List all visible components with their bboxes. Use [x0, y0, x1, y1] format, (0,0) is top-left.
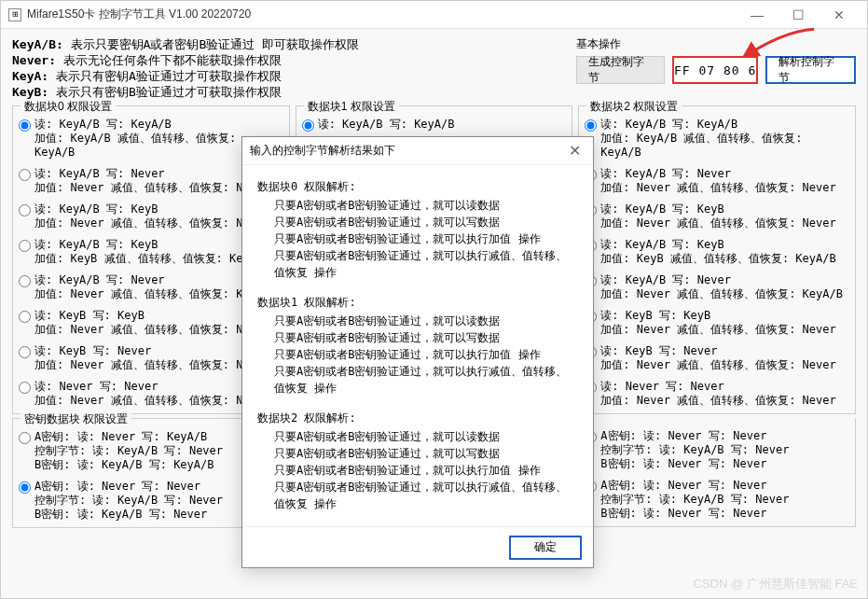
dialog-section-title-0: 数据块0 权限解析: [257, 178, 578, 195]
radio-2-0[interactable]: 读: KeyA/B 写: KeyA/B加值: KeyA/B 减值、值转移、值恢复… [585, 118, 849, 160]
radio-input[interactable] [19, 169, 31, 181]
window-title: Mifare1S50卡 控制字节工具 V1.00 20220720 [27, 7, 737, 22]
dialog-line: 只要A密钥或者B密钥验证通过，就可以读数据 [257, 428, 578, 445]
radio-input[interactable] [19, 382, 31, 394]
desc-key1: KeyA/B: [12, 37, 63, 51]
window-controls: — ☐ ✕ [737, 1, 860, 29]
dialog-line: 只要A密钥或者B密钥验证通过，就可以执行减值、值转移、值恢复 操作 [257, 363, 578, 397]
group-trailer-2: A密钥: 读: Never 写: Never控制字节: 读: KeyA/B 写:… [578, 418, 856, 527]
radio-input[interactable] [19, 346, 31, 358]
trailer2-radio-0[interactable]: A密钥: 读: Never 写: Never控制字节: 读: KeyA/B 写:… [585, 429, 849, 471]
desc-key3: KeyA: [12, 69, 48, 83]
dialog-line: 只要A密钥或者B密钥验证通过，就可以执行减值、值转移、值恢复 操作 [257, 479, 578, 512]
radio-input[interactable] [19, 204, 31, 216]
radio-input[interactable] [585, 119, 597, 132]
dialog-body: 数据块0 权限解析: 只要A密钥或者B密钥验证通过，就可以读数据 只要A密钥或者… [242, 165, 593, 526]
desc-text2: 表示无论任何条件下都不能获取操作权限 [56, 53, 282, 67]
basic-ops-title: 基本操作 [576, 36, 856, 52]
dialog-line: 只要A密钥或者B密钥验证通过，就可以执行加值 操作 [257, 462, 578, 479]
radio-input[interactable] [302, 119, 314, 132]
radio-input[interactable] [19, 119, 31, 132]
radio-input[interactable] [19, 311, 31, 323]
desc-text1: 表示只要密钥A或者密钥B验证通过 即可获取操作权限 [63, 37, 359, 51]
generate-button[interactable]: 生成控制字节 [576, 56, 665, 84]
dialog-line: 只要A密钥或者B密钥验证通过，就可以写数据 [257, 214, 578, 230]
dialog-line: 只要A密钥或者B密钥验证通过，就可以读数据 [257, 313, 578, 329]
watermark: CSDN @ 广州慧斯佳智能 FAE [694, 576, 858, 592]
radio-2-5[interactable]: 读: KeyB 写: KeyB加值: Never 减值、值转移、值恢复: Nev… [585, 309, 849, 337]
trailer-title-0: 密钥数据块 权限设置 [21, 411, 131, 427]
app-icon: ⊞ [8, 8, 21, 21]
dialog-line: 只要A密钥或者B密钥验证通过，就可以执行加值 操作 [257, 230, 578, 247]
description: KeyA/B: 表示只要密钥A或者密钥B验证通过 即可获取操作权限 Never:… [12, 36, 576, 100]
group-block1: 数据块1 权限设置 读: KeyA/B 写: KeyA/B [296, 105, 573, 138]
dialog-line: 只要A密钥或者B密钥验证通过，就可以读数据 [257, 197, 578, 214]
trailer2-radio-1[interactable]: A密钥: 读: Never 写: Never控制字节: 读: KeyA/B 写:… [585, 479, 849, 521]
dialog-header: 输入的控制字节解析结果如下 ✕ [242, 137, 593, 165]
radio-input[interactable] [19, 432, 31, 444]
dialog-footer: 确定 [242, 526, 593, 567]
dialog-line: 只要A密钥或者B密钥验证通过，就可以写数据 [257, 445, 578, 462]
radio-2-4[interactable]: 读: KeyA/B 写: Never加值: Never 减值、值转移、值恢复: … [585, 273, 849, 301]
maximize-button[interactable]: ☐ [778, 1, 819, 29]
parse-result-dialog: 输入的控制字节解析结果如下 ✕ 数据块0 权限解析: 只要A密钥或者B密钥验证通… [241, 136, 594, 568]
radio-2-1[interactable]: 读: KeyA/B 写: Never加值: Never 减值、值转移、值恢复: … [585, 167, 849, 195]
group-title-2: 数据块2 权限设置 [586, 99, 682, 115]
desc-key4: KeyB: [12, 85, 48, 99]
dialog-line: 只要A密钥或者B密钥验证通过，就可以执行减值、值转移、值恢复 操作 [257, 247, 578, 281]
radio-input[interactable] [19, 240, 31, 252]
dialog-title: 输入的控制字节解析结果如下 [250, 143, 563, 159]
desc-key2: Never: [12, 53, 56, 67]
dialog-line: 只要A密钥或者B密钥验证通过，就可以执行加值 操作 [257, 346, 578, 363]
col-block2: 数据块2 权限设置 读: KeyA/B 写: KeyA/B加值: KeyA/B … [578, 105, 856, 532]
group-title-1: 数据块1 权限设置 [304, 99, 399, 115]
basic-ops: 基本操作 生成控制字节 解析控制字节 [576, 36, 856, 100]
dialog-line: 只要A密钥或者B密钥验证通过，就可以写数据 [257, 329, 578, 346]
radio-2-2[interactable]: 读: KeyA/B 写: KeyB加值: Never 减值、值转移、值恢复: N… [585, 202, 849, 230]
group-title-0: 数据块0 权限设置 [21, 99, 116, 115]
close-button[interactable]: ✕ [819, 1, 860, 29]
radio-1-0[interactable]: 读: KeyA/B 写: KeyA/B [302, 118, 567, 132]
minimize-button[interactable]: — [737, 1, 778, 29]
radio-2-6[interactable]: 读: KeyB 写: Never加值: Never 减值、值转移、值恢复: Ne… [585, 344, 849, 372]
parse-button[interactable]: 解析控制字节 [765, 56, 856, 84]
radio-2-7[interactable]: 读: Never 写: Never加值: Never 减值、值转移、值恢复: N… [585, 380, 849, 408]
app-window: ⊞ Mifare1S50卡 控制字节工具 V1.00 20220720 — ☐ … [0, 0, 868, 599]
top-section: KeyA/B: 表示只要密钥A或者密钥B验证通过 即可获取操作权限 Never:… [12, 36, 856, 100]
hex-input[interactable] [672, 56, 758, 84]
radio-input[interactable] [19, 481, 31, 494]
dialog-section-title-1: 数据块1 权限解析: [257, 294, 578, 311]
desc-text3: 表示只有密钥A验证通过才可获取操作权限 [48, 69, 282, 83]
radio-input[interactable] [19, 275, 31, 287]
dialog-close-button[interactable]: ✕ [563, 140, 586, 162]
titlebar: ⊞ Mifare1S50卡 控制字节工具 V1.00 20220720 — ☐ … [1, 1, 867, 29]
group-block2: 数据块2 权限设置 读: KeyA/B 写: KeyA/B加值: KeyA/B … [578, 105, 856, 414]
radio-2-3[interactable]: 读: KeyA/B 写: KeyB加值: KeyB 减值、值转移、值恢复: Ke… [585, 238, 849, 266]
dialog-ok-button[interactable]: 确定 [509, 536, 582, 560]
dialog-section-title-2: 数据块2 权限解析: [257, 410, 578, 426]
desc-text4: 表示只有密钥B验证通过才可获取操作权限 [48, 85, 282, 99]
